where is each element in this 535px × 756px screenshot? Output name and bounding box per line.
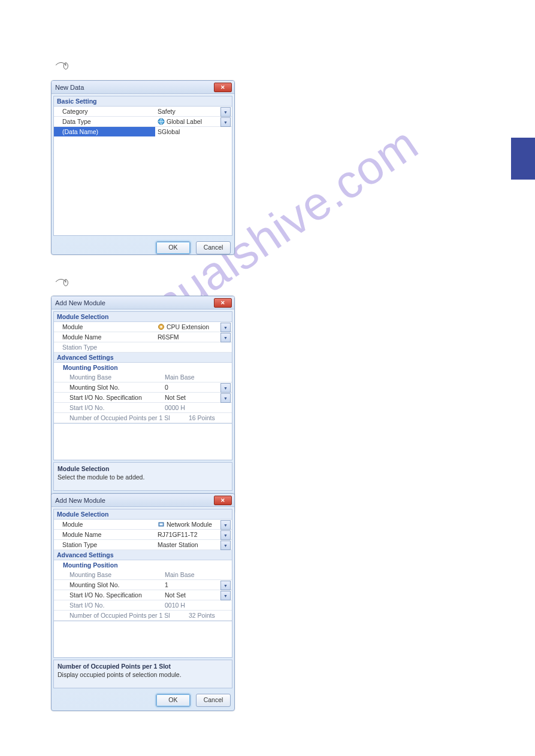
row-start-io-no: Start I/O No. 0000 H — [54, 403, 232, 413]
chevron-down-icon[interactable]: ▼ — [220, 333, 231, 342]
row-mounting-base: Mounting Base Main Base — [54, 570, 232, 580]
row-start-io-no: Start I/O No. 0010 H — [54, 600, 232, 611]
subsection-mounting-position: Mounting Position — [54, 560, 232, 570]
label-start-io-no: Start I/O No. — [54, 403, 162, 412]
value-module[interactable]: Network Module ▼ — [155, 520, 232, 529]
blank-area — [54, 423, 232, 460]
subsection-mounting-position: Mounting Position — [54, 363, 232, 372]
row-module[interactable]: Module CPU Extension ▼ — [54, 322, 232, 332]
row-mounting-base: Mounting Base Main Base — [54, 372, 232, 382]
value-data-type[interactable]: Global Label ▼ — [155, 117, 232, 126]
label-mounting-slot: Mounting Slot No. — [54, 580, 162, 590]
property-grid: Module Selection Module CPU Extension ▼ … — [53, 311, 232, 460]
value-occupied-points: 32 Points — [186, 611, 232, 620]
svg-point-6 — [160, 326, 162, 328]
mouse-icon — [54, 277, 68, 289]
row-mounting-slot[interactable]: Mounting Slot No. 0▼ — [54, 382, 232, 393]
titlebar: New Data ✕ — [52, 81, 234, 94]
label-module-name: Module Name — [54, 332, 155, 342]
chevron-down-icon[interactable]: ▼ — [220, 591, 231, 600]
gear-icon — [158, 521, 165, 528]
row-io-specification[interactable]: Start I/O No. Specification Not Set▼ — [54, 590, 232, 600]
label-station-type: Station Type — [54, 342, 155, 352]
chevron-down-icon[interactable]: ▼ — [220, 530, 231, 540]
dialog-title: New Data — [55, 84, 84, 91]
property-grid: Basic Setting Category Safety ▼ Data Typ… — [53, 96, 232, 236]
value-mounting-slot[interactable]: 1▼ — [162, 580, 232, 590]
row-data-type[interactable]: Data Type Global Label ▼ — [54, 117, 232, 127]
svg-rect-8 — [160, 524, 163, 526]
value-mounting-slot[interactable]: 0▼ — [162, 382, 232, 392]
value-io-spec[interactable]: Not Set▼ — [162, 393, 232, 402]
label-data-type: Data Type — [54, 117, 155, 126]
close-button[interactable]: ✕ — [214, 83, 232, 92]
row-module-name[interactable]: Module Name R6SFM▼ — [54, 332, 232, 342]
value-category[interactable]: Safety ▼ — [155, 107, 232, 116]
chevron-down-icon[interactable]: ▼ — [220, 393, 231, 403]
chevron-down-icon[interactable]: ▼ — [220, 383, 231, 393]
ok-button[interactable]: OK — [156, 694, 191, 707]
value-start-io-no: 0010 H — [162, 600, 232, 610]
close-button[interactable]: ✕ — [214, 496, 232, 505]
row-occupied-points: Number of Occupied Points per 1 Sl 16 Po… — [54, 413, 232, 423]
chevron-down-icon[interactable]: ▼ — [220, 541, 231, 550]
value-io-spec[interactable]: Not Set▼ — [162, 590, 232, 600]
value-start-io-no: 0000 H — [162, 403, 232, 412]
label-occupied-points: Number of Occupied Points per 1 Sl — [54, 413, 186, 423]
row-module[interactable]: Module Network Module ▼ — [54, 520, 232, 530]
row-station-type[interactable]: Station Type Master Station▼ — [54, 540, 232, 550]
section-basic-setting: Basic Setting — [54, 96, 232, 107]
chevron-down-icon[interactable]: ▼ — [220, 520, 231, 530]
value-station-type — [155, 342, 232, 352]
label-mounting-base: Mounting Base — [54, 570, 162, 579]
section-module-selection: Module Selection — [54, 312, 232, 322]
value-mounting-base: Main Base — [162, 372, 232, 382]
value-occupied-points: 16 Points — [186, 413, 232, 423]
value-data-name[interactable]: SGlobal — [155, 127, 232, 136]
description-title: Number of Occupied Points per 1 Slot — [58, 663, 228, 670]
ok-button[interactable]: OK — [156, 241, 191, 254]
row-io-specification[interactable]: Start I/O No. Specification Not Set▼ — [54, 393, 232, 403]
globe-icon — [158, 118, 165, 125]
add-new-module-dialog-2: Add New Module ✕ Module Selection Module… — [51, 493, 235, 711]
chevron-down-icon[interactable]: ▼ — [220, 581, 231, 590]
description-title: Module Selection — [58, 465, 228, 472]
chevron-down-icon[interactable]: ▼ — [220, 117, 231, 127]
description-text: Display occupied points of selection mod… — [58, 671, 228, 678]
value-module[interactable]: CPU Extension ▼ — [155, 322, 232, 332]
label-module: Module — [54, 520, 155, 529]
label-station-type: Station Type — [54, 540, 155, 549]
add-new-module-dialog-1: Add New Module ✕ Module Selection Module… — [51, 296, 235, 514]
description-text: Select the module to be added. — [58, 473, 228, 481]
label-io-spec: Start I/O No. Specification — [54, 590, 162, 600]
mouse-icon — [54, 60, 68, 72]
close-button[interactable]: ✕ — [214, 298, 232, 308]
row-module-name[interactable]: Module Name RJ71GF11-T2▼ — [54, 530, 232, 540]
section-advanced-settings: Advanced Settings — [54, 353, 232, 363]
label-mounting-slot: Mounting Slot No. — [54, 382, 162, 392]
cancel-button[interactable]: Cancel — [196, 241, 231, 254]
titlebar: Add New Module ✕ — [52, 494, 234, 507]
dialog-title: Add New Module — [55, 299, 105, 306]
value-mounting-base: Main Base — [162, 570, 232, 579]
description-panel: Module Selection Select the module to be… — [53, 462, 232, 491]
dialog-button-bar: OK Cancel — [52, 690, 234, 711]
value-module-name[interactable]: R6SFM▼ — [155, 332, 232, 342]
row-data-name[interactable]: (Data Name) SGlobal — [54, 127, 232, 136]
row-station-type: Station Type — [54, 342, 232, 353]
titlebar: Add New Module ✕ — [52, 296, 234, 309]
gear-icon — [158, 323, 165, 330]
value-module-name[interactable]: RJ71GF11-T2▼ — [155, 530, 232, 539]
chevron-down-icon[interactable]: ▼ — [220, 107, 231, 117]
label-occupied-points: Number of Occupied Points per 1 Sl — [54, 611, 186, 620]
row-occupied-points: Number of Occupied Points per 1 Sl 32 Po… — [54, 611, 232, 621]
row-mounting-slot[interactable]: Mounting Slot No. 1▼ — [54, 580, 232, 590]
label-category: Category — [54, 107, 155, 116]
row-category[interactable]: Category Safety ▼ — [54, 107, 232, 117]
section-advanced-settings: Advanced Settings — [54, 550, 232, 560]
cancel-button[interactable]: Cancel — [196, 694, 231, 707]
value-station-type[interactable]: Master Station▼ — [155, 540, 232, 549]
dialog-title: Add New Module — [55, 497, 105, 504]
label-module: Module — [54, 322, 155, 332]
chevron-down-icon[interactable]: ▼ — [220, 323, 231, 332]
